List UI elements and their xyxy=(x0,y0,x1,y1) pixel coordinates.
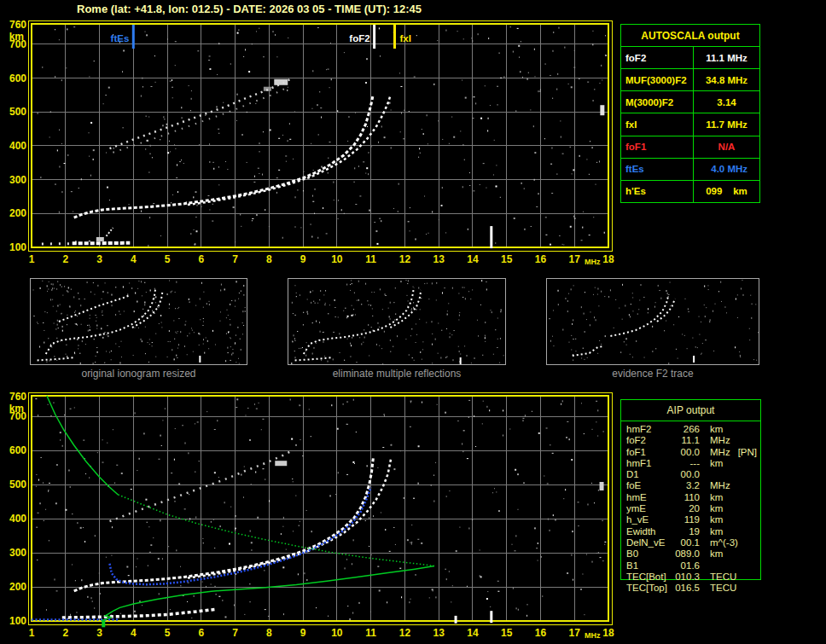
gridlines xyxy=(32,396,608,621)
axis-label: 10 xyxy=(331,627,343,639)
thumbnail-original-ionogram xyxy=(30,278,247,365)
axis-label: 18 xyxy=(602,627,614,639)
thumb-trace-es xyxy=(38,357,75,361)
row-label: h'Es xyxy=(621,181,694,202)
thumb-trace-x2 xyxy=(390,290,421,328)
echo-cluster xyxy=(455,616,457,624)
thumb-trace-x2 xyxy=(132,290,163,328)
echo-cluster xyxy=(490,611,492,623)
row-value: 20 xyxy=(667,503,700,514)
echo-cluster xyxy=(600,482,604,490)
axis-label: 10 xyxy=(331,253,343,265)
aip-table-row: B101.6 xyxy=(621,560,760,571)
axis-label: 7 xyxy=(232,253,238,265)
row-label: M(3000)F2 xyxy=(621,91,694,113)
thumb-tick xyxy=(693,356,695,363)
row-value: 01.6 xyxy=(667,560,700,571)
autoscala-window: Rome (lat: +41.8, lon: 012.5) - DATE: 20… xyxy=(0,0,826,644)
axis-label: 600 xyxy=(9,444,26,456)
ionogram-plot-scaled: 760km10020030040050060070012345678910111… xyxy=(0,0,631,270)
axis-label: 1 xyxy=(29,627,35,639)
axis-label: ftEs xyxy=(111,33,130,44)
axis-label: 700 xyxy=(9,410,26,422)
aip-table-row: hmF1---km xyxy=(621,458,760,469)
thumb-trace-residual xyxy=(347,315,356,316)
row-value: 34.8 MHz xyxy=(694,69,759,90)
row-value: 119 xyxy=(667,514,700,525)
aip-table-row: foF100.0MHz[PN] xyxy=(621,447,760,458)
axis-label: 12 xyxy=(399,627,411,639)
axis-label: 5 xyxy=(165,253,171,265)
row-value: 11.1 MHz xyxy=(694,47,759,68)
axis-label: 700 xyxy=(9,38,26,50)
aip-table-rows: hmF2266kmfoF211.1MHzfoF100.0MHz[PN]hmF1-… xyxy=(621,421,760,594)
autoscala-output-table: AUTOSCALA output foF211.1 MHzMUF(3000)F2… xyxy=(620,24,760,203)
aip-table-row: foE3.2MHz xyxy=(621,480,760,491)
row-label: foF2 xyxy=(626,435,667,446)
axis-label: 17 xyxy=(569,627,581,639)
row-value: 00.0 xyxy=(667,469,700,480)
aip-table-row: DelN_vE00.1m^(-3) xyxy=(621,537,760,548)
row-unit: km xyxy=(710,514,723,525)
axis-label: 13 xyxy=(433,253,445,265)
row-label: h_vE xyxy=(626,514,667,525)
row-unit: TECU xyxy=(710,583,736,594)
row-value: 00.1 xyxy=(667,537,700,548)
row-value: 010.3 xyxy=(667,571,700,583)
axis-label: 2 xyxy=(62,253,68,265)
row-label: foE xyxy=(626,480,667,491)
row-label: TEC[Top] xyxy=(626,583,667,594)
second-hop-trace xyxy=(110,451,292,521)
axis-label: 7 xyxy=(232,627,238,639)
row-label: hmF1 xyxy=(626,458,667,469)
row-label: Ewidth xyxy=(626,526,667,537)
aip-table-row: Ewidth19km xyxy=(621,526,760,537)
row-unit: TECU xyxy=(710,571,736,583)
axis-label: 18 xyxy=(602,253,614,265)
aip-table-row: D100.0 xyxy=(621,469,760,480)
aip-table-row: TEC[Top]016.5TECU xyxy=(621,583,760,594)
row-label: foF1 xyxy=(621,136,694,158)
echo-cluster xyxy=(96,237,104,241)
density-profile-bottomside-green xyxy=(102,566,434,621)
row-unit: MHz xyxy=(710,435,730,446)
row-value: 19 xyxy=(667,526,700,537)
autoscala-table-row: M(3000)F23.14 xyxy=(621,90,759,113)
axis-label: 4 xyxy=(131,627,137,639)
axis-label: 200 xyxy=(9,581,26,593)
row-value: 11.1 xyxy=(667,435,700,446)
axis-label: 6 xyxy=(198,627,204,639)
autoscala-table-row: foF1N/A xyxy=(621,136,759,158)
row-unit: km xyxy=(710,424,723,435)
echo-cluster xyxy=(274,79,288,85)
thumb-trace-esdots xyxy=(573,346,604,356)
aip-table-row: h_vE119km xyxy=(621,514,760,525)
axis-label: 11 xyxy=(365,253,376,265)
axis-label: 16 xyxy=(535,253,547,265)
row-value: 266 xyxy=(667,424,700,435)
axis-label: 400 xyxy=(9,140,26,152)
row-unit: km xyxy=(710,458,723,469)
row-value: 110 xyxy=(667,492,700,503)
aip-table-row: hmE110km xyxy=(621,492,760,503)
axis-label: MHz xyxy=(585,631,601,640)
axis-label: 100 xyxy=(9,241,26,253)
autoscala-table-row: ftEs 4.0 MHz xyxy=(621,158,759,180)
row-label: DelN_vE xyxy=(626,537,667,548)
thumbnail-caption: eliminate multiple reflections xyxy=(288,368,506,380)
row-label: ymE xyxy=(626,503,667,514)
row-unit: MHz xyxy=(710,480,730,491)
aip-table-row: hmF2266km xyxy=(621,424,760,435)
row-value: 016.5 xyxy=(667,583,700,594)
row-label: D1 xyxy=(626,469,667,480)
density-profile-topside-green xyxy=(47,396,118,495)
aip-table-row: ymE20km xyxy=(621,503,760,514)
axis-label: 300 xyxy=(9,547,26,559)
thumbnail-evidence-f2-trace-image xyxy=(547,279,759,364)
row-value: 3.14 xyxy=(694,91,759,113)
row-value: 3.2 xyxy=(667,480,700,491)
thumb-trace-band xyxy=(59,295,130,322)
aip-table-row: B0089.0km xyxy=(621,548,760,560)
row-label: B1 xyxy=(626,560,667,571)
axis-label: 500 xyxy=(9,106,26,118)
